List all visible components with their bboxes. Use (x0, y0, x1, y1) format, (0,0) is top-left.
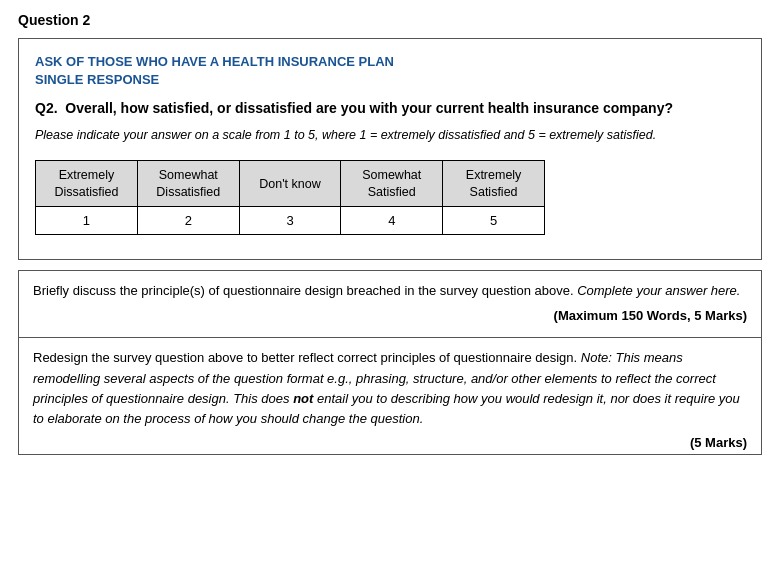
col-header-4: SomewhatSatisfied (341, 161, 443, 207)
col-header-5: ExtremelySatisfied (443, 161, 545, 207)
discussion-answer: Complete your answer here. (577, 283, 740, 298)
scale-value-4: 4 (341, 206, 443, 234)
col-header-3: Don't know (239, 161, 341, 207)
question-title: Question 2 (18, 12, 762, 28)
scale-value-3: 3 (239, 206, 341, 234)
scale-table: ExtremelyDissatisfied SomewhatDissatisfi… (35, 160, 545, 235)
discussion-box: Briefly discuss the principle(s) of ques… (18, 270, 762, 339)
discussion-text: Briefly discuss the principle(s) of ques… (33, 281, 747, 301)
question-number: Q2. (35, 100, 58, 116)
outer-box: ASK OF THOSE WHO HAVE A HEALTH INSURANCE… (18, 38, 762, 260)
ask-header: ASK OF THOSE WHO HAVE A HEALTH INSURANCE… (35, 53, 745, 89)
scale-value-1: 1 (36, 206, 138, 234)
max-words: (Maximum 150 Words, 5 Marks) (33, 308, 747, 323)
instruction: Please indicate your answer on a scale f… (35, 127, 745, 145)
scale-value-5: 5 (443, 206, 545, 234)
question-text: Overall, how satisfied, or dissatisfied … (65, 100, 673, 116)
redesign-text: Redesign the survey question above to be… (33, 348, 747, 429)
marks: (5 Marks) (33, 435, 747, 450)
redesign-box: Redesign the survey question above to be… (18, 338, 762, 455)
question-label: Q2. Overall, how satisfied, or dissatisf… (35, 99, 745, 119)
scale-value-2: 2 (137, 206, 239, 234)
col-header-1: ExtremelyDissatisfied (36, 161, 138, 207)
col-header-2: SomewhatDissatisfied (137, 161, 239, 207)
